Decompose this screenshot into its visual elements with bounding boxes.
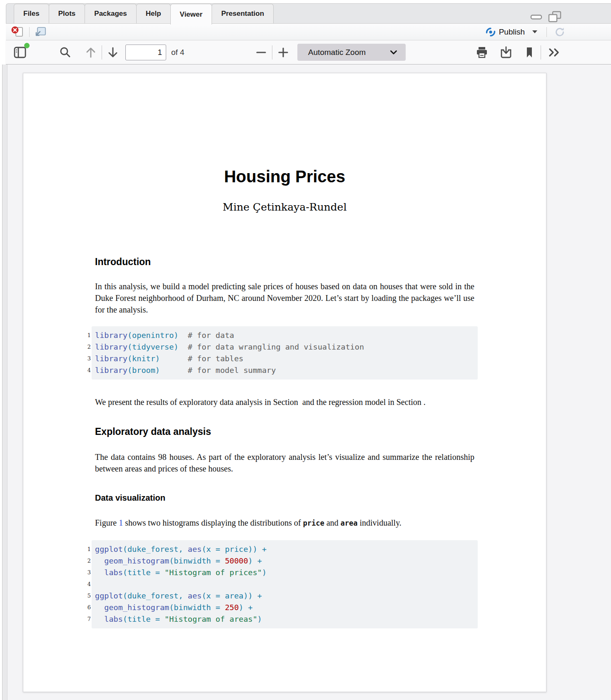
toolbar-divider [546, 27, 547, 37]
text-segment: shows two histograms displaying the dist… [123, 518, 303, 527]
code-token [95, 568, 104, 577]
document-content: Housing Prices Mine Çetinkaya-Rundel Int… [23, 73, 546, 692]
previous-page-icon[interactable] [84, 45, 97, 60]
code-token: (binwidth = [169, 603, 225, 612]
page-count-label: of 4 [171, 48, 185, 57]
paragraph-sections-ref: We present the results of exploratory da… [95, 396, 474, 408]
pdf-toolbar: of 4 Automatic Zoom [6, 40, 611, 65]
more-tools-icon[interactable] [547, 46, 562, 59]
code-token [160, 366, 188, 375]
zoom-select-label: Automatic Zoom [308, 48, 390, 57]
figure-reference-link[interactable]: 1 [119, 518, 123, 527]
tab-bar: FilesPlotsPackagesHelpViewerPresentation [14, 4, 273, 23]
text-segment: Figure [95, 518, 119, 527]
zoom-in-icon[interactable] [277, 46, 290, 59]
toolbar-divider [541, 45, 541, 60]
code-token: "Histogram of prices" [165, 568, 262, 577]
code-token: (tidyverse) [127, 343, 179, 351]
code-token: # for tables [188, 354, 244, 363]
line-number: 3 [81, 567, 91, 578]
publish-label: Publish [499, 27, 525, 37]
popout-icon[interactable] [34, 26, 47, 38]
print-icon[interactable] [475, 46, 489, 59]
code-token: (duke_forest, [123, 591, 188, 600]
line-number: 3 [81, 353, 91, 365]
line-number: 7 [81, 613, 91, 625]
heading-introduction: Introduction [95, 256, 546, 268]
download-icon[interactable] [499, 46, 513, 59]
code-token: (title = [123, 615, 165, 623]
code-line: 4 [95, 578, 478, 590]
code-token: # for data [188, 331, 234, 340]
code-token [179, 343, 188, 351]
line-number: 6 [81, 602, 91, 613]
code-line: 2 geom_histogram(binwidth = 50000) + [95, 555, 478, 567]
code-block-libraries: 1library(openintro) # for data2library(t… [92, 326, 478, 380]
tab-presentation[interactable]: Presentation [212, 4, 274, 23]
code-line: 5ggplot(duke_forest, aes(x = area)) + [95, 590, 478, 602]
code-token [179, 331, 188, 340]
sidebar-badge [24, 43, 30, 48]
code-token [160, 354, 188, 363]
toggle-sidebar-icon[interactable] [12, 45, 27, 60]
publish-button[interactable]: Publish [483, 26, 540, 38]
pane-tab-bar: FilesPlotsPackagesHelpViewerPresentation [6, 3, 611, 24]
page-number-input[interactable] [125, 45, 166, 60]
code-token: ) + [239, 603, 252, 612]
publish-caret-icon [532, 30, 537, 33]
tab-viewer[interactable]: Viewer [170, 4, 212, 25]
window-controls [530, 11, 562, 23]
code-token: ggplot [95, 591, 123, 600]
code-token: 50000 [225, 556, 248, 565]
code-token: (binwidth = [169, 556, 225, 565]
code-token: (x = area)) + [202, 591, 262, 600]
code-token: 250 [225, 603, 239, 612]
next-page-icon[interactable] [106, 45, 120, 60]
search-icon[interactable] [58, 45, 72, 60]
code-token: labs [104, 615, 123, 623]
maximize-icon[interactable] [548, 11, 562, 23]
code-token: (knitr) [127, 354, 160, 363]
zoom-select[interactable]: Automatic Zoom [297, 44, 406, 61]
tab-plots[interactable]: Plots [49, 4, 85, 23]
line-number: 1 [81, 330, 91, 341]
code-token: # for data wrangling and visualization [188, 343, 364, 351]
heading-dataviz: Data visualization [95, 493, 546, 503]
paragraph-eda: The data contains 98 houses. As part of … [95, 451, 474, 474]
code-token: "Histogram of areas" [165, 615, 257, 623]
stop-icon[interactable] [11, 26, 25, 38]
tab-help[interactable]: Help [136, 4, 171, 23]
zoom-out-icon[interactable] [254, 46, 268, 59]
tab-packages[interactable]: Packages [85, 4, 136, 23]
paragraph-intro: In this analysis, we build a model predi… [95, 280, 474, 315]
pdf-page: Housing Prices Mine Çetinkaya-Rundel Int… [23, 73, 546, 692]
paragraph-figure: Figure 1 shows two histograms displaying… [95, 517, 474, 529]
code-line: 3library(knitr) # for tables [95, 353, 478, 365]
pdf-viewer-area[interactable]: Housing Prices Mine Çetinkaya-Rundel Int… [7, 65, 611, 700]
document-title: Housing Prices [23, 167, 546, 186]
bookmark-icon[interactable] [524, 46, 535, 59]
line-number: 5 [81, 590, 91, 602]
pane-left-gutter [2, 65, 7, 700]
line-number: 4 [81, 365, 91, 376]
minimize-icon[interactable] [530, 14, 543, 20]
line-number: 2 [81, 555, 91, 567]
code-token: ggplot [95, 545, 123, 554]
code-token: ) [262, 568, 267, 577]
code-line: 1library(openintro) # for data [95, 330, 478, 341]
refresh-icon[interactable] [554, 26, 566, 38]
toolbar-divider [102, 45, 102, 60]
code-token [95, 556, 104, 565]
code-token: (x = price)) + [202, 545, 267, 554]
line-number: 4 [81, 578, 91, 590]
toolbar-divider [29, 27, 30, 37]
code-token: # for model summary [188, 366, 276, 375]
code-token: library [95, 343, 127, 351]
code-line: 6 geom_histogram(binwidth = 250) + [95, 602, 478, 613]
code-token: ) [257, 615, 262, 623]
tab-files[interactable]: Files [14, 4, 49, 23]
chevron-down-icon [390, 50, 397, 55]
code-token: geom_histogram [104, 603, 169, 612]
code-token [95, 615, 104, 623]
viewer-toolbar: Publish [6, 24, 611, 40]
